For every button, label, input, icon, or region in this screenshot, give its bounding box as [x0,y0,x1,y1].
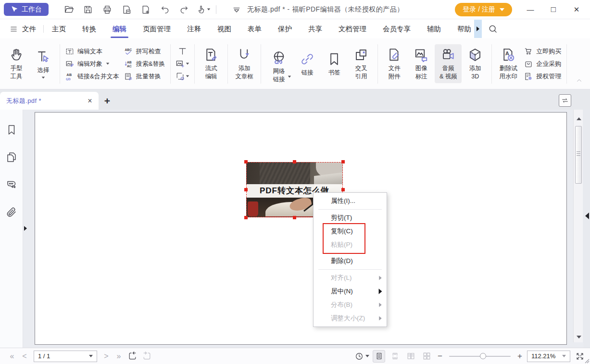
close-button[interactable]: ✕ [565,0,588,19]
edit-object-button[interactable]: 编辑对象 [65,59,119,69]
buy-now-button[interactable]: 立即购买 [524,46,561,56]
redo-button[interactable] [175,3,194,16]
menu-file[interactable]: 文件 [0,25,43,34]
resize-handle-sw[interactable] [244,216,248,219]
audio-video-button[interactable]: 音频& 视频 [435,44,462,83]
first-page-button[interactable]: « [6,352,18,361]
license-manage-button[interactable]: 授权管理 [524,71,561,81]
menu-share[interactable]: 共享 [300,19,330,38]
resize-handle-s[interactable] [293,216,296,219]
cross-reference-button[interactable]: 交叉引用 [348,44,375,83]
comments-panel-button[interactable] [6,179,17,192]
menu-page-management[interactable]: 页面管理 [135,19,179,38]
vertical-scrollbar[interactable] [573,110,583,342]
add-shape-button[interactable] [176,72,189,81]
document-tab[interactable]: 无标题.pdf * × [0,92,99,110]
flow-edit-button[interactable]: 流式编辑 [198,44,225,83]
context-properties[interactable]: 属性(I)... [314,194,387,208]
search-button[interactable] [488,24,498,34]
menu-convert[interactable]: 转换 [74,19,104,38]
undo-button[interactable] [155,3,175,16]
select-tool-button[interactable]: 选择 [30,46,57,82]
previous-view-button[interactable] [125,351,139,362]
save-button[interactable] [78,3,98,16]
context-copy[interactable]: 复制(C) [314,225,387,238]
last-page-button[interactable]: » [113,352,125,361]
open-file-button[interactable] [59,3,78,16]
zoom-slider-thumb[interactable] [480,353,486,359]
scroll-down-arrow[interactable] [577,336,581,339]
login-register-button[interactable]: 登录 / 注册 [455,3,512,16]
zoom-in-button[interactable]: + [516,351,524,361]
single-page-view-button[interactable] [373,350,385,363]
menu-protect[interactable]: 保护 [270,19,300,38]
menu-home[interactable]: 主页 [44,19,74,38]
menu-view[interactable]: 视图 [209,19,239,38]
scroll-up-arrow[interactable] [577,117,581,120]
add-3d-button[interactable]: 添加3D [462,44,489,83]
previous-page-button[interactable]: < [18,352,31,361]
context-delete[interactable]: 删除(D) [314,254,387,268]
facing-view-button[interactable] [404,350,417,363]
add-article-box-button[interactable]: 添加文章框 [231,44,258,83]
edit-text-button[interactable]: 编辑文本 [65,46,119,56]
zoom-out-button[interactable]: − [436,351,444,361]
fullscreen-button[interactable] [576,352,584,361]
add-text-button[interactable] [178,47,187,56]
web-link-button[interactable]: 网络链接 [264,47,294,80]
next-page-button[interactable]: > [100,352,113,361]
bookmarks-panel-button[interactable] [6,124,17,137]
pdf-page[interactable] [35,112,567,345]
ribbon-collapse-button[interactable] [576,77,582,85]
context-cut[interactable]: 剪切(T) [314,211,387,225]
search-replace-button[interactable]: ABAC 搜索&替换 [124,59,165,69]
zoom-slider[interactable] [449,356,511,357]
resize-grip[interactable] [584,358,590,364]
menu-doc-management[interactable]: 文档管理 [330,19,375,38]
zoom-level-input[interactable]: 112.21% [527,351,570,362]
read-mode-button[interactable] [355,352,369,361]
menu-overflow-button[interactable] [474,20,482,38]
next-view-button[interactable] [139,351,154,362]
menu-accessibility[interactable]: 辅助 [419,19,449,38]
touch-mode-button[interactable] [194,3,213,16]
menu-comment[interactable]: 注释 [179,19,209,38]
spell-check-button[interactable]: ABC 拼写检查 [124,46,165,56]
menu-edit[interactable]: 编辑 [104,19,135,38]
menu-form[interactable]: 表单 [239,19,270,38]
context-center[interactable]: 居中(N) [314,285,387,298]
switch-tabs-button[interactable] [559,94,571,107]
scrollbar-thumb[interactable] [575,126,582,184]
image-annotation-button[interactable]: 图像标注 [408,44,435,83]
remove-trial-watermark-button[interactable]: A 删除试用水印 [495,44,522,83]
resize-handle-e[interactable] [341,188,345,191]
add-image-button[interactable] [176,59,189,69]
sidebar-expand-button[interactable] [24,225,27,232]
batch-replace-button[interactable]: 批量替换 [124,71,165,81]
tab-close-icon[interactable]: × [88,97,92,105]
resize-handle-w[interactable] [244,188,248,191]
continuous-view-button[interactable] [389,350,401,363]
file-attachment-button[interactable]: 文件附件 [381,44,408,83]
resize-handle-n[interactable] [293,160,296,163]
add-page-button[interactable] [136,3,155,16]
new-tab-button[interactable]: + [99,92,116,110]
minimize-button[interactable]: — [519,0,542,19]
pages-panel-button[interactable] [6,151,17,164]
print-button[interactable] [98,3,117,16]
bookmark-button[interactable]: 书签 [321,49,348,79]
right-panel-collapse-button[interactable] [585,213,589,219]
remove-page-button[interactable] [117,3,136,16]
menu-help[interactable]: 帮助 [449,19,474,38]
resize-handle-nw[interactable] [244,160,248,163]
workspace-button[interactable]: 工作台 [4,3,49,16]
facing-continuous-view-button[interactable] [420,350,433,363]
resize-handle-ne[interactable] [341,160,345,163]
maximize-button[interactable]: □ [542,0,565,19]
menu-member[interactable]: 会员专享 [375,19,419,38]
collapse-chevron-icon[interactable] [232,5,241,14]
link-button[interactable]: 链接 [294,49,321,79]
hand-tool-button[interactable]: 手型工具 [3,44,30,83]
attachments-panel-button[interactable] [6,206,17,219]
link-merge-text-button[interactable]: AB 链接&合并文本 [65,71,119,81]
